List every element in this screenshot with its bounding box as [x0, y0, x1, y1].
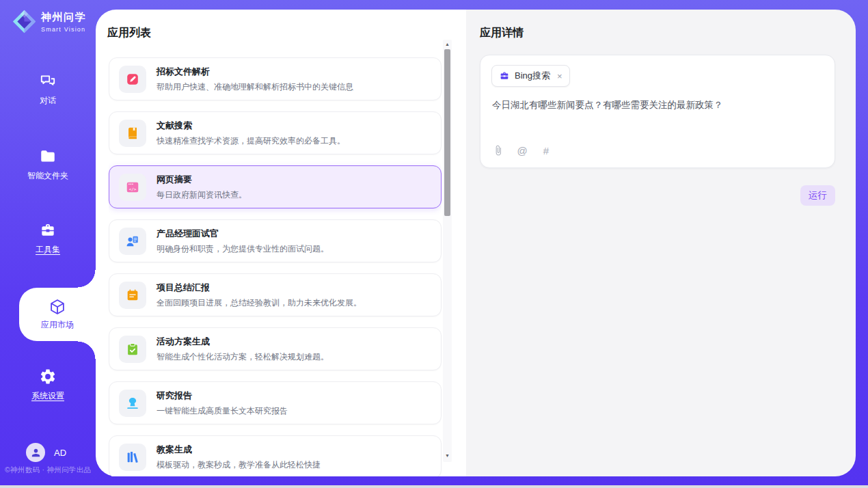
svg-text:</>: </>: [129, 186, 137, 191]
app-card-list: 招标文件解析帮助用户快速、准确地理解和解析招标书中的关键信息文献搜索快速精准查找…: [109, 57, 442, 476]
gear-icon: [39, 368, 57, 385]
brand-logo-icon: [12, 9, 37, 34]
pen-edit-icon: [119, 66, 146, 93]
app-card-text: 项目总结汇报全面回顾项目进展，总结经验教训，助力未来优化发展。: [157, 282, 362, 309]
mention-icon[interactable]: @: [516, 144, 528, 157]
sidebar-item-app-market[interactable]: 应用市场: [19, 288, 96, 341]
avatar[interactable]: [26, 443, 45, 462]
app-detail-panel: 应用详情 Bing搜索 × 今日湖北有哪些新闻要点？有哪些需要关注的最新政策？ …: [466, 10, 856, 476]
user-initials: AD: [54, 448, 66, 458]
sidebar-item-chat[interactable]: 对话: [0, 72, 96, 107]
chat-icon: [39, 72, 57, 90]
app-card-description: 全面回顾项目进展，总结经验教训，助力未来优化发展。: [157, 297, 362, 309]
app-list-title: 应用列表: [107, 26, 151, 40]
brand-name: 神州问学: [41, 11, 86, 24]
run-button[interactable]: 运行: [800, 185, 835, 206]
scrollbar-thumb[interactable]: [444, 49, 450, 216]
app-card-description: 快速精准查找学术资源，提高研究效率的必备工具。: [157, 135, 345, 147]
app-card-description: 模板驱动，教案秒成，教学准备从此轻松快捷: [157, 459, 321, 471]
app-card-title: 项目总结汇报: [157, 282, 362, 294]
sidebar-item-label: 系统设置: [31, 390, 64, 402]
research-icon: [119, 390, 146, 417]
active-tab-fillet-bottom: [78, 341, 96, 359]
app-card-description: 明确身份和职责，为您提供专业性的面试问题。: [157, 243, 329, 255]
person-icon: [30, 447, 42, 459]
app-card-text: 活动方案生成智能生成个性化活动方案，轻松解决规划难题。: [157, 336, 329, 363]
toolbox-icon: [39, 221, 57, 239]
active-tab-fillet-top: [78, 270, 96, 288]
app-card-5[interactable]: 项目总结汇报全面回顾项目进展，总结经验教训，助力未来优化发展。: [109, 273, 442, 316]
app-card-title: 网页摘要: [157, 174, 247, 186]
copyright-text: ©神州数码 · 神州问学出品: [5, 465, 95, 475]
app-card-2[interactable]: 文献搜索快速精准查找学术资源，提高研究效率的必备工具。: [109, 111, 442, 154]
app-card-1[interactable]: 招标文件解析帮助用户快速、准确地理解和解析招标书中的关键信息: [109, 57, 442, 100]
sidebar-item-label: 智能文件夹: [27, 170, 68, 182]
app-card-title: 文献搜索: [157, 120, 345, 132]
app-card-6[interactable]: 活动方案生成智能生成个性化活动方案，轻松解决规划难题。: [109, 327, 442, 370]
app-card-description: 智能生成个性化活动方案，轻松解决规划难题。: [157, 351, 329, 363]
scroll-up-arrow-icon[interactable]: ▲: [443, 41, 452, 48]
scrollbar[interactable]: ▲ ▼: [443, 40, 452, 462]
app-card-8[interactable]: 教案生成模板驱动，教案秒成，教学准备从此轻松快捷: [109, 435, 442, 476]
sidebar-item-label: 应用市场: [41, 319, 74, 331]
calendar-note-icon: [119, 282, 146, 309]
app-card-text: 网页摘要每日政府新闻资讯快查。: [157, 174, 247, 201]
app-card-text: 文献搜索快速精准查找学术资源，提高研究效率的必备工具。: [157, 120, 345, 147]
app-card-title: 招标文件解析: [157, 66, 353, 78]
query-text[interactable]: 今日湖北有哪些新闻要点？有哪些需要关注的最新政策？: [492, 98, 824, 112]
sidebar-item-toolset[interactable]: 工具集: [0, 221, 96, 256]
user-row[interactable]: AD: [26, 443, 66, 462]
app-card-description: 每日政府新闻资讯快查。: [157, 189, 247, 201]
attachment-icon[interactable]: [492, 144, 504, 157]
books-icon: [119, 444, 146, 471]
folder-icon: [39, 148, 57, 165]
book-icon: [119, 120, 146, 147]
app-card-4[interactable]: 产品经理面试官明确身份和职责，为您提供专业性的面试问题。: [109, 219, 442, 262]
sidebar-item-label: 工具集: [36, 244, 60, 256]
sidebar-item-label: 对话: [40, 95, 56, 107]
app-card-text: 研究报告一键智能生成高质量长文本研究报告: [157, 390, 288, 417]
sidebar-item-smart-folder[interactable]: 智能文件夹: [0, 148, 96, 182]
clipboard-check-icon: [119, 336, 146, 363]
chip-close-icon[interactable]: ×: [557, 71, 562, 81]
app-card-text: 产品经理面试官明确身份和职责，为您提供专业性的面试问题。: [157, 228, 329, 255]
app-list-panel: 应用列表 招标文件解析帮助用户快速、准确地理解和解析招标书中的关键信息文献搜索快…: [96, 10, 466, 476]
app-card-text: 教案生成模板驱动，教案秒成，教学准备从此轻松快捷: [157, 444, 321, 471]
scroll-down-arrow-icon[interactable]: ▼: [443, 452, 452, 459]
cube-icon: [49, 298, 66, 316]
sidebar-item-settings[interactable]: 系统设置: [0, 368, 96, 402]
tool-chip[interactable]: Bing搜索 ×: [491, 65, 570, 87]
app-card-7[interactable]: 研究报告一键智能生成高质量长文本研究报告: [109, 381, 442, 424]
app-card-title: 研究报告: [157, 390, 288, 402]
hash-icon[interactable]: #: [540, 144, 552, 157]
app-card-title: 产品经理面试官: [157, 228, 329, 240]
browser-code-icon: </>: [119, 174, 146, 201]
interviewer-icon: [119, 228, 146, 255]
sidebar: 神州问学 Smart Vision 对话智能文件夹工具集应用市场系统设置 AD …: [0, 0, 96, 485]
composer-card: Bing搜索 × 今日湖北有哪些新闻要点？有哪些需要关注的最新政策？ @#: [480, 55, 835, 168]
brand-tagline: Smart Vision: [41, 26, 86, 33]
content-area: 应用列表 招标文件解析帮助用户快速、准确地理解和解析招标书中的关键信息文献搜索快…: [96, 10, 856, 476]
app-card-title: 教案生成: [157, 444, 321, 456]
app-card-title: 活动方案生成: [157, 336, 329, 348]
app-detail-title: 应用详情: [480, 26, 524, 40]
brand: 神州问学 Smart Vision: [12, 9, 86, 34]
app-card-description: 帮助用户快速、准确地理解和解析招标书中的关键信息: [157, 81, 353, 93]
composer-toolbar: @#: [492, 144, 552, 157]
app-card-description: 一键智能生成高质量长文本研究报告: [157, 405, 288, 417]
app-card-text: 招标文件解析帮助用户快速、准确地理解和解析招标书中的关键信息: [157, 66, 353, 93]
app-card-3[interactable]: </>网页摘要每日政府新闻资讯快查。: [109, 165, 442, 208]
briefcase-icon: [499, 70, 510, 81]
tool-chip-label: Bing搜索: [515, 70, 550, 82]
